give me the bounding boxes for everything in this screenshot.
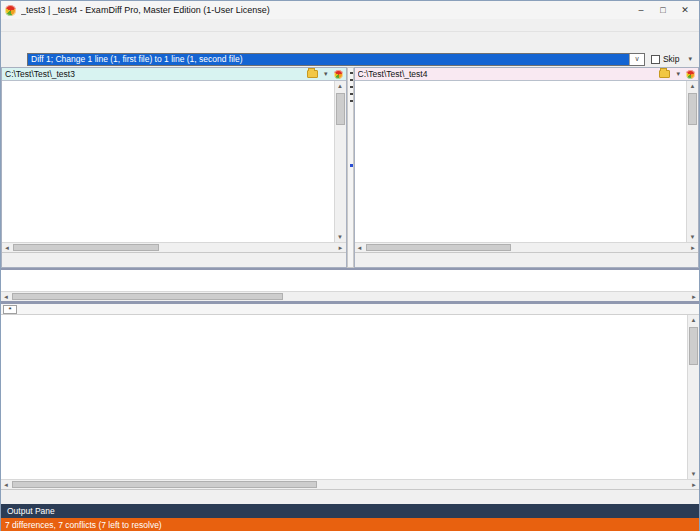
left-pane-status-bar xyxy=(2,252,346,267)
inspector-horizontal-scrollbar[interactable]: ◄ ► xyxy=(1,291,699,301)
title-bar: _test3 | _test4 - ExamDiff Pro, Master E… xyxy=(1,1,699,19)
output-pane: * ▲ ▼ ◄ ► xyxy=(1,302,699,504)
right-compare-icon[interactable] xyxy=(686,70,695,79)
skip-checkbox[interactable] xyxy=(651,55,660,64)
menu-bar xyxy=(1,19,699,32)
output-modified-tab[interactable]: * xyxy=(3,305,17,314)
left-horizontal-scrollbar[interactable]: ◄ ► xyxy=(2,242,346,252)
right-browse-folder-icon[interactable] xyxy=(659,70,670,78)
left-scroll-left-icon[interactable]: ◄ xyxy=(2,245,12,251)
output-editor[interactable] xyxy=(1,315,687,479)
compare-panes: C:\Test\Test\_test3 ▾ ▲ ▼ ◄ ► xyxy=(1,67,699,268)
right-scroll-left-icon[interactable]: ◄ xyxy=(355,245,365,251)
right-code-editor[interactable] xyxy=(355,81,687,242)
right-scroll-right-icon[interactable]: ► xyxy=(688,245,698,251)
output-scroll-up-icon[interactable]: ▲ xyxy=(691,315,697,325)
left-scroll-right-icon[interactable]: ► xyxy=(336,245,346,251)
inspector-scroll-right-icon[interactable]: ► xyxy=(689,294,699,300)
current-diff-combobox[interactable]: Diff 1; Change 1 line (1, first file) to… xyxy=(27,53,645,66)
left-compare-icon[interactable] xyxy=(334,70,343,79)
inspector-scroll-left-icon[interactable]: ◄ xyxy=(1,294,11,300)
left-scroll-down-icon[interactable]: ▼ xyxy=(337,232,343,242)
right-horizontal-scrollbar[interactable]: ◄ ► xyxy=(355,242,699,252)
examdiff-window: _test3 | _test4 - ExamDiff Pro, Master E… xyxy=(0,0,700,531)
main-status-bar: 7 differences, 7 conflicts (7 left to re… xyxy=(1,518,699,531)
line-inspector-panel: ◄ ► xyxy=(1,268,699,302)
output-pane-label: Output Pane xyxy=(7,506,55,516)
right-pane-status-bar xyxy=(355,252,699,267)
output-scroll-right-icon[interactable]: ► xyxy=(689,482,699,488)
right-scroll-up-icon[interactable]: ▲ xyxy=(690,81,696,91)
app-icon xyxy=(5,5,16,16)
current-diff-label: Diff 1; Change 1 line (1, first file) to… xyxy=(28,54,629,64)
left-file-path: C:\Test\Test\_test3 xyxy=(5,69,307,79)
output-scroll-down-icon[interactable]: ▼ xyxy=(691,469,697,479)
output-status-bar xyxy=(1,489,699,504)
left-code-editor[interactable] xyxy=(2,81,334,242)
skip-label: Skip xyxy=(663,54,680,64)
diff-combo-dropdown-icon[interactable]: ∨ xyxy=(629,54,644,65)
right-file-pane: C:\Test\Test\_test4 ▾ ▲ ▼ ◄ ► xyxy=(354,67,700,268)
skip-checkbox-group[interactable]: Skip xyxy=(649,54,682,64)
left-pane-header: C:\Test\Test\_test3 ▾ xyxy=(2,68,346,81)
diff-map[interactable] xyxy=(347,67,354,268)
output-vertical-scrollbar[interactable]: ▲ ▼ xyxy=(687,315,699,479)
output-pane-title-bar[interactable]: Output Pane xyxy=(1,504,699,518)
right-browse-dropdown-icon[interactable]: ▾ xyxy=(673,70,683,78)
right-pane-header: C:\Test\Test\_test4 ▾ xyxy=(355,68,699,81)
close-button[interactable]: ✕ xyxy=(679,5,691,15)
output-tab-strip: * xyxy=(1,304,699,315)
minimize-button[interactable]: – xyxy=(635,5,647,15)
left-scroll-up-icon[interactable]: ▲ xyxy=(337,81,343,91)
left-browse-dropdown-icon[interactable]: ▾ xyxy=(321,70,331,78)
right-scroll-down-icon[interactable]: ▼ xyxy=(690,232,696,242)
diffbar-overflow-icon[interactable]: ▾ xyxy=(685,55,695,63)
diff-summary: 7 differences, 7 conflicts (7 left to re… xyxy=(5,520,692,530)
maximize-button[interactable]: □ xyxy=(657,5,669,15)
left-browse-folder-icon[interactable] xyxy=(307,70,318,78)
output-scroll-left-icon[interactable]: ◄ xyxy=(1,482,11,488)
window-title: _test3 | _test4 - ExamDiff Pro, Master E… xyxy=(21,5,630,15)
left-file-pane: C:\Test\Test\_test3 ▾ ▲ ▼ ◄ ► xyxy=(1,67,347,268)
diff-navigation-bar: Diff 1; Change 1 line (1, first file) to… xyxy=(1,51,699,67)
right-file-path: C:\Test\Test\_test4 xyxy=(358,69,660,79)
toolbar xyxy=(1,32,699,51)
left-vertical-scrollbar[interactable]: ▲ ▼ xyxy=(334,81,346,242)
right-vertical-scrollbar[interactable]: ▲ ▼ xyxy=(686,81,698,242)
output-horizontal-scrollbar[interactable]: ◄ ► xyxy=(1,479,699,489)
